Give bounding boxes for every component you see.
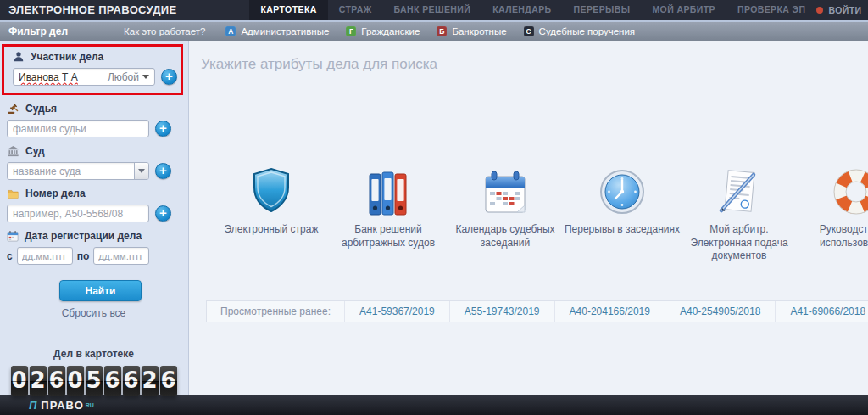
nav-pereryvy[interactable]: ПЕРЕРЫВЫ [563, 0, 642, 20]
counter-digit: 5 [86, 366, 103, 396]
counter-digit: 6 [123, 366, 140, 396]
counter-digit: 6 [104, 366, 121, 396]
nav-strazh[interactable]: СТРАЖ [328, 0, 383, 20]
tab-bankruptcy[interactable]: Б Банкротные [428, 26, 515, 36]
chevron-down-icon [142, 75, 149, 79]
counter-digit: 6 [160, 366, 177, 396]
recently-viewed-label: Просмотренные ранее: [207, 306, 344, 317]
clock-icon [598, 168, 646, 216]
folder-icon [7, 188, 19, 199]
nav-kartoteka[interactable]: КАРТОТЕКА [249, 0, 327, 20]
add-participant-button[interactable]: + [161, 69, 177, 85]
case-counter-label: Дел в картотеке [7, 348, 181, 360]
case-counter: 0 2 6 0 5 6 6 2 6 [7, 366, 181, 396]
participant-value: Иванова Т А [19, 71, 78, 83]
add-judge-button[interactable]: + [155, 121, 171, 137]
administrative-letter-icon: А [225, 26, 236, 36]
recently-viewed-bar: Просмотренные ранее: А41-59367/2019 А55-… [206, 300, 868, 322]
court-select[interactable]: название суда [7, 162, 149, 180]
reg-date-field-label: Дата регистрации дела [7, 229, 188, 243]
court-placeholder: название суда [13, 165, 81, 177]
tab-label: Банкротные [452, 26, 506, 36]
pravo-logo-suffix: RU [86, 402, 94, 408]
nav-kalendar[interactable]: КАЛЕНДАРЬ [481, 0, 562, 20]
service-user-guide[interactable]: Руководство по использованию [798, 166, 868, 263]
login-label: ВОЙТИ [828, 5, 861, 15]
app-title: ЭЛЕКТРОННОЕ ПРАВОСУДИЕ [8, 0, 176, 20]
person-icon [13, 51, 25, 63]
footer: П ПРАВО RU [0, 395, 868, 415]
page-title: Укажите атрибуты дела для поиска [201, 56, 868, 73]
annotation-highlight-box: Участник дела Иванова Т А Любой + [2, 44, 183, 95]
service-my-arbitr-filing[interactable]: Мой арбитр. Электронная подача документо… [681, 166, 798, 263]
filter-title: Фильтр дел [8, 25, 68, 37]
calendar-icon [481, 170, 529, 216]
reset-all-link[interactable]: Сбросить все [7, 307, 181, 319]
courthouse-icon [7, 145, 19, 157]
add-case-number-button[interactable]: + [155, 205, 171, 222]
recent-case-link[interactable]: А41-69066/2018 [775, 301, 868, 322]
tab-administrative[interactable]: А Административные [217, 26, 337, 36]
date-to-input[interactable] [93, 247, 149, 265]
nav-moy-arbitr[interactable]: МОЙ АРБИТР [641, 0, 726, 20]
recent-case-link[interactable]: А55-19743/2019 [449, 301, 554, 322]
tab-label: Судебные поручения [539, 26, 635, 36]
main-content: Укажите атрибуты дела для поиска Электро… [189, 41, 868, 395]
counter-digit: 2 [142, 366, 159, 396]
case-type-tabs: А Административные Г Гражданские Б Банкр… [217, 26, 643, 36]
civil-letter-icon: Г [346, 26, 356, 36]
court-dropdown-button[interactable] [134, 163, 148, 179]
chevron-down-icon [138, 169, 145, 173]
court-field-label: Суд [7, 144, 188, 158]
tab-civil[interactable]: Г Гражданские [337, 26, 428, 36]
participant-input[interactable]: Иванова Т А Любой [13, 68, 155, 86]
service-label: Руководство по использованию [798, 223, 868, 250]
recent-case-link[interactable]: А41-59367/2019 [344, 301, 449, 322]
date-from-input[interactable] [17, 247, 73, 265]
nav-proverka-ep[interactable]: ПРОВЕРКА ЭП [726, 0, 817, 20]
shield-icon [248, 166, 295, 216]
case-number-field-label: Номер дела [7, 187, 188, 200]
login-status-icon [816, 7, 823, 14]
service-label: Перерывы в заседаниях [564, 223, 681, 237]
participant-type-dropdown[interactable]: Любой [108, 71, 154, 83]
case-number-input[interactable] [7, 205, 149, 222]
recent-case-link[interactable]: А40-254905/2018 [665, 301, 775, 322]
bankruptcy-letter-icon: Б [437, 26, 447, 36]
add-court-button[interactable]: + [155, 163, 171, 179]
counter-digit: 0 [11, 366, 28, 396]
service-hearings-calendar[interactable]: Календарь судебных заседаний [447, 166, 564, 263]
service-electronic-guard[interactable]: Электронный страж [213, 166, 330, 263]
service-label: Календарь судебных заседаний [447, 223, 564, 250]
login-button[interactable]: ВОЙТИ [816, 0, 861, 20]
counter-digit: 0 [67, 366, 84, 396]
counter-digit: 2 [30, 366, 47, 396]
search-button[interactable]: Найти [59, 280, 142, 301]
service-label: Банк решений арбитражных судов [330, 223, 447, 250]
lifebuoy-icon [832, 168, 868, 216]
nav-bank-resheniy[interactable]: БАНК РЕШЕНИЙ [383, 0, 482, 20]
tab-label: Административные [241, 26, 329, 36]
services-row: Электронный страж Банк решений арбитражн… [206, 166, 868, 263]
service-label: Мой арбитр. Электронная подача документо… [681, 223, 798, 263]
judge-input[interactable] [7, 120, 149, 137]
gavel-icon [7, 103, 19, 115]
tab-court-orders[interactable]: С Судебные поручения [515, 26, 643, 36]
document-pen-icon [716, 168, 762, 216]
court-orders-letter-icon: С [524, 26, 534, 36]
electronic-justice-app: ЭЛЕКТРОННОЕ ПРАВОСУДИЕ КАРТОТЕКА СТРАЖ Б… [0, 0, 868, 415]
filter-bar: Фильтр дел Как это работает? А Администр… [0, 22, 868, 41]
service-session-breaks[interactable]: Перерывы в заседаниях [564, 166, 681, 263]
date-from-label: с [7, 250, 13, 262]
how-it-works-link[interactable]: Как это работает? [124, 26, 205, 36]
date-to-label: по [77, 250, 90, 262]
service-decisions-bank[interactable]: Банк решений арбитражных судов [330, 166, 447, 263]
participant-field-label: Участник дела [13, 50, 177, 64]
judge-field-label: Судья [7, 102, 188, 115]
binders-icon [369, 171, 408, 216]
main-menu: КАРТОТЕКА СТРАЖ БАНК РЕШЕНИЙ КАЛЕНДАРЬ П… [249, 0, 816, 20]
search-filter-sidebar: Участник дела Иванова Т А Любой + Судья [0, 41, 189, 395]
counter-digit: 6 [48, 366, 65, 396]
pravo-logo[interactable]: ПРАВО [41, 399, 83, 412]
recent-case-link[interactable]: А40-204166/2019 [554, 301, 665, 322]
